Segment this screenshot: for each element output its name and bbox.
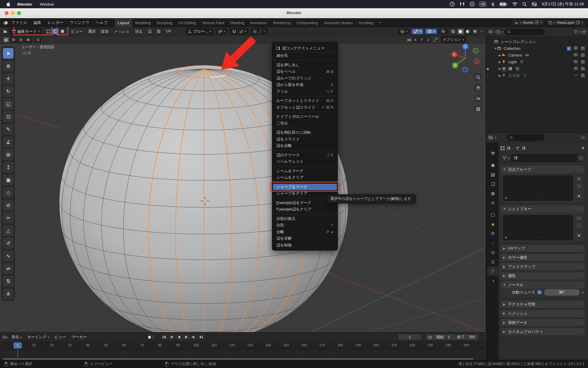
properties-tab-physics[interactable]: ◎ (487, 248, 499, 257)
outliner-row-collection[interactable]: ▼Collection✓ (486, 45, 588, 52)
properties-section-5[interactable]: ▶属性∷∷ (500, 272, 585, 280)
menu-item-6-1[interactable]: シームをクリア (272, 174, 338, 181)
viewport-menu-7[interactable]: UV (163, 29, 174, 34)
wireframe-shading-button[interactable] (450, 28, 457, 35)
properties-section-0[interactable]: ▼頂点グループ∷∷ (500, 165, 585, 173)
tool-spin[interactable]: ↺ (3, 238, 14, 248)
viewport-menu-6[interactable]: 面 (154, 29, 163, 34)
properties-tab-tool[interactable]: ⚒ (487, 149, 499, 158)
outliner-display-mode[interactable] (488, 30, 492, 34)
properties-tab-object[interactable]: ■ (487, 220, 499, 228)
outliner-row-sphere[interactable]: ▣▶球 (486, 65, 588, 72)
properties-options-dropdown[interactable]: ▾ (580, 135, 586, 140)
mirror-axis-z[interactable]: Z (425, 37, 431, 43)
camera-view-icon[interactable] (474, 94, 482, 102)
timeline-menu-2[interactable]: ビュー (52, 334, 69, 340)
menu-item-4-1[interactable]: 辺をスライド (272, 136, 338, 143)
hide-eye-icon[interactable] (574, 53, 578, 57)
menu-item-0-0[interactable]: 細分化 (272, 52, 338, 59)
properties-section-4[interactable]: ▶フェイスマップ∷∷ (500, 263, 585, 271)
menu-item-2-1[interactable]: オフセット辺スライド⇧ ⌘ R (272, 104, 338, 111)
proportional-editing-controls[interactable]: ◎ ▾ (251, 28, 268, 34)
menu-item-1-1[interactable]: 辺をベベル⌘ B (272, 68, 338, 75)
topbar-menu-2[interactable]: レンダー (44, 20, 66, 25)
timeline-editor-icon[interactable]: ◷ (2, 334, 6, 340)
list-add-button[interactable]: + (576, 215, 582, 221)
tool-rotate[interactable]: ↻ (3, 86, 14, 97)
menu-item-1-3[interactable]: 辺から面を作成F (272, 82, 338, 88)
properties-tab-particles[interactable]: ∴ (487, 238, 499, 247)
empty-list-box[interactable]: ▶∷∷∷ (503, 175, 573, 201)
topbar-menu-4[interactable]: ヘルプ (93, 20, 111, 25)
options-dropdown[interactable]: オプション▾ (441, 36, 466, 43)
empty-list-box[interactable]: ▶∷∷∷ (503, 215, 573, 240)
menu-item-5-0[interactable]: 辺のクリース⇧ E (272, 152, 338, 159)
mesh-name-field[interactable]: ▾ 球 (500, 154, 585, 162)
menu-item-6-0[interactable]: シームをマーク (272, 168, 338, 175)
editor-type-icon[interactable] (2, 29, 8, 34)
properties-section-7[interactable]: ▶テクスチャ空間∷∷ (500, 300, 585, 308)
snap-falloff-icon[interactable] (432, 38, 438, 42)
play-button[interactable] (183, 334, 190, 340)
disable-render-icon[interactable] (581, 46, 585, 51)
play-reverse-button[interactable] (176, 334, 183, 340)
hide-eye-icon[interactable] (574, 73, 578, 78)
list-specials-button[interactable]: ▾ (576, 232, 582, 239)
tool-shrink-fatten[interactable]: ⇅ (3, 276, 14, 286)
outliner-row-立方体[interactable]: •▶立方体 (486, 72, 588, 79)
menu-item-9-3[interactable]: 辺を溶解 (272, 235, 338, 242)
timeline-ruler[interactable]: 1102030405060708090100110120130140150160… (0, 342, 485, 349)
properties-tab-view-layer[interactable]: ❏ (487, 180, 499, 188)
menu-item-4-2[interactable]: 辺を分離 (272, 142, 338, 149)
input-source-indicator[interactable]: US (480, 2, 486, 6)
properties-section-9[interactable]: ▶形状データ∷∷ (500, 319, 585, 326)
menu-item-9-0[interactable]: 分割の復元 (272, 216, 338, 222)
disable-render-icon[interactable] (581, 53, 585, 58)
tool-poly-build[interactable]: △ (3, 225, 14, 236)
spotlight-icon[interactable] (522, 2, 527, 6)
properties-search-input[interactable] (507, 135, 544, 141)
transform-orientation-selector[interactable]: グロー...▾ (186, 28, 213, 35)
select-intersect-button[interactable]: ⊡ (35, 37, 41, 43)
battery-icon[interactable] (500, 2, 507, 6)
menu-item-9-1[interactable]: 分割Y (272, 222, 338, 229)
outliner-filter-collection[interactable] (496, 30, 501, 34)
tool-loop-cut[interactable]: ⊘ (3, 200, 14, 210)
menu-item-1-4[interactable]: フィル⌥ F (272, 88, 338, 95)
tool-scale[interactable]: ◱ (3, 99, 14, 109)
outliner-row-scene-collection[interactable]: シーンコレクション (486, 38, 588, 45)
pivot-point-selector[interactable]: ▾ (216, 29, 228, 34)
end-frame-field[interactable]: 終了250 (454, 335, 478, 340)
menu-item-3-1[interactable]: 二等分 (272, 120, 338, 127)
menu-item-2-0[interactable]: ループカットとスライド⌘ R (272, 97, 338, 104)
properties-tab-world[interactable]: ⊕ (487, 198, 499, 207)
tool-add-cube[interactable]: ⊞ (3, 149, 14, 160)
tool-tweak-select[interactable]: ➤ (3, 48, 14, 59)
snap-controls[interactable]: ▾ (230, 28, 248, 35)
clock-datetime[interactable]: 8月17日 (水) 午前 11:26 (542, 1, 584, 7)
properties-tab-constraints[interactable]: Ω (487, 257, 499, 266)
start-frame-field[interactable]: 開始1 (433, 335, 454, 340)
properties-section-1[interactable]: ▼シェイプキー∷∷ (500, 205, 585, 213)
mirror-axis-x[interactable]: X (412, 37, 418, 43)
breadcrumb-data[interactable]: 球 (522, 146, 526, 151)
timeline-menu-0[interactable]: 再生▾ (9, 334, 24, 340)
tool-cursor[interactable]: ⊕ (3, 61, 14, 71)
object-visibility-dropdown[interactable]: ▾ (398, 29, 410, 34)
auto-keying-controls[interactable]: ▾ (146, 334, 156, 340)
outliner-filter-icon[interactable] (574, 30, 578, 34)
list-add-button[interactable]: + (576, 175, 582, 182)
hide-eye-icon[interactable] (574, 67, 578, 71)
tab-scripting[interactable]: Scripting (355, 19, 376, 27)
tab-rendering[interactable]: Rendering (270, 19, 294, 27)
viewport-menu-2[interactable]: 追加 (98, 29, 111, 34)
menu-item-8-1[interactable]: Freestyle辺をクリア (272, 206, 338, 213)
menu-item-9-4[interactable]: 辺を削除 (272, 242, 338, 249)
properties-tab-collection[interactable]: ▢ (487, 210, 499, 219)
fake-user-shield-button[interactable] (577, 155, 585, 162)
bluetooth-icon[interactable] (491, 2, 495, 6)
apple-logo-icon[interactable] (6, 2, 11, 6)
list-specials-button[interactable]: ▾ (576, 193, 582, 199)
properties-tab-render[interactable]: ◉ (487, 161, 499, 170)
current-frame-field[interactable]: 1 (398, 334, 422, 340)
